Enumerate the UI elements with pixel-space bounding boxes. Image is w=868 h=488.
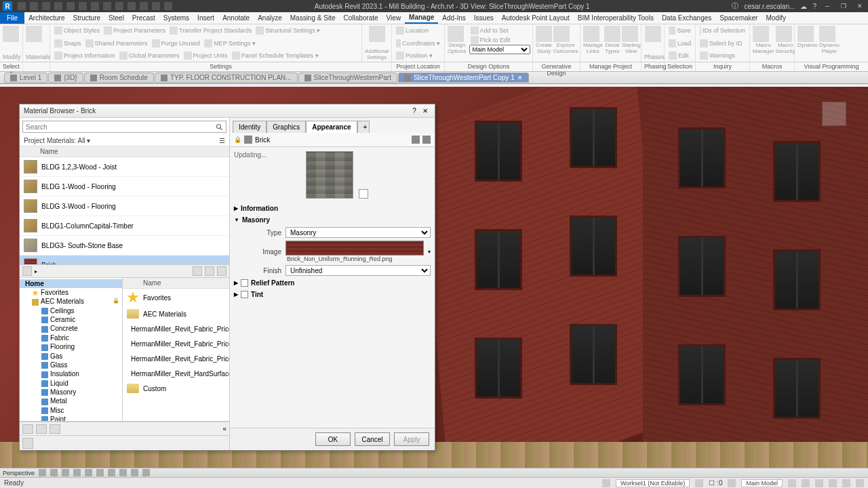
qat-redo-icon[interactable]: [54, 2, 62, 10]
position-button[interactable]: Position ▾: [395, 51, 441, 60]
tab-manage[interactable]: Manage: [405, 12, 438, 24]
qat-measure-icon[interactable]: [79, 2, 87, 10]
tab-modify[interactable]: Modify: [762, 13, 789, 23]
qat-align-icon[interactable]: [91, 2, 99, 10]
material-item[interactable]: BLDG 3-Wood - Flooring: [20, 197, 229, 216]
project-info-button[interactable]: Project Information: [53, 51, 117, 60]
macro-security-icon[interactable]: [776, 26, 792, 42]
tab-annotate[interactable]: Annotate: [218, 13, 254, 23]
doc-tab-room-schedule[interactable]: Room Schedule: [84, 73, 154, 83]
qat-3d-icon[interactable]: [115, 2, 123, 10]
tree-cat-liquid[interactable]: Liquid: [20, 379, 122, 388]
doc-tab-slice-west-copy[interactable]: SliceThroughWesternPart Copy 1✕: [398, 73, 529, 83]
manage-links-icon[interactable]: [583, 26, 599, 42]
pick-to-edit-button[interactable]: Pick to Edit: [469, 35, 530, 45]
apply-button[interactable]: Apply: [394, 432, 429, 446]
show-hide-icon[interactable]: [193, 266, 202, 276]
cloud-icon[interactable]: ☁: [800, 3, 807, 10]
relief-checkbox[interactable]: [241, 279, 248, 287]
material-preview[interactable]: [306, 151, 353, 199]
asset-lock-icon[interactable]: 🔒: [234, 136, 241, 143]
add-to-set-button[interactable]: Add to Set: [469, 26, 530, 35]
expand-asset-icon[interactable]: [412, 136, 420, 144]
preview-shape-icon[interactable]: [359, 189, 368, 199]
workset-combo[interactable]: Workset1 (Not Editable): [616, 479, 690, 487]
snaps-button[interactable]: Snaps: [53, 39, 83, 48]
lib-item-herman4[interactable]: HermanMiller_Revit_HardSurface: [123, 366, 229, 381]
search-icon[interactable]: [216, 123, 224, 131]
lib-item-herman3[interactable]: HermanMiller_Revit_Fabric_PriceC: [123, 351, 229, 366]
tab-analyze[interactable]: Analyze: [254, 13, 286, 23]
project-units-button[interactable]: Project Units: [182, 51, 229, 60]
temp-hide-icon[interactable]: [131, 469, 138, 476]
tree-cat-masonry[interactable]: Masonry: [20, 388, 122, 396]
rendering-icon[interactable]: [96, 469, 104, 476]
structural-settings-button[interactable]: Structural Settings ▾: [254, 26, 321, 35]
select-underlay-icon[interactable]: [802, 479, 810, 487]
materials-icon[interactable]: [26, 26, 42, 42]
lib-item-aec[interactable]: AEC Materials: [123, 306, 229, 321]
view-mode-label[interactable]: Perspective: [3, 470, 35, 476]
image-menu-icon[interactable]: ▾: [428, 249, 431, 255]
material-item[interactable]: BLDG3- South-Stone Base: [20, 236, 229, 256]
lib-item-herman2[interactable]: HermanMiller_Revit_Fabric_PriceC: [123, 336, 229, 351]
tab-spacemaker[interactable]: Spacemaker: [715, 13, 762, 23]
tree-cat-flooring[interactable]: Flooring: [20, 342, 122, 351]
doc-tab-3d[interactable]: {3D}: [48, 73, 83, 83]
help-button[interactable]: ?: [409, 107, 420, 115]
reveal-icon[interactable]: [142, 469, 150, 476]
tab-systems[interactable]: Systems: [159, 13, 193, 23]
tint-checkbox[interactable]: [241, 291, 248, 298]
library-menu-icon[interactable]: [36, 424, 47, 434]
doc-tab-level1[interactable]: Level 1: [4, 73, 47, 83]
duplicate-asset-icon[interactable]: [422, 136, 431, 144]
tree-cat-metal[interactable]: Metal: [20, 396, 122, 405]
edit-selection-button[interactable]: Edit: [667, 51, 692, 60]
lib-item-custom[interactable]: Custom: [123, 381, 229, 396]
library-list-header[interactable]: Name: [123, 278, 229, 289]
tree-cat-gas[interactable]: Gas: [20, 352, 122, 361]
tree-favorites[interactable]: Favorites: [20, 288, 122, 297]
additional-settings-icon[interactable]: [369, 26, 385, 42]
decal-types-icon[interactable]: [604, 26, 620, 42]
qat-thin-icon[interactable]: [140, 2, 148, 10]
editable-only-icon[interactable]: [695, 479, 703, 487]
qat-undo-icon[interactable]: [42, 2, 50, 10]
type-select[interactable]: Masonry: [285, 227, 431, 238]
dynamo-icon[interactable]: [797, 26, 814, 42]
section-information[interactable]: ▶Information: [234, 203, 431, 214]
ok-button[interactable]: OK: [315, 432, 351, 446]
tab-bim[interactable]: BIM Interoperability Tools: [574, 13, 658, 23]
tab-structure[interactable]: Structure: [68, 13, 104, 23]
tab-addins[interactable]: Add-Ins: [438, 13, 469, 23]
design-option-icon[interactable]: [728, 479, 736, 487]
visual-style-icon[interactable]: [62, 469, 69, 476]
panel-schedule-button[interactable]: Panel Schedule Templates ▾: [231, 51, 320, 60]
tab-precast[interactable]: Precast: [128, 13, 159, 23]
dialog-titlebar[interactable]: Material Browser - Brick ? ✕: [20, 104, 435, 118]
maximize-button[interactable]: ❐: [838, 1, 849, 11]
sort-icon[interactable]: [217, 266, 226, 276]
warnings-button[interactable]: Warnings: [698, 51, 747, 60]
list-view-icon[interactable]: [205, 266, 214, 276]
info-icon[interactable]: ⓘ: [732, 1, 738, 11]
design-options-icon[interactable]: [448, 26, 464, 42]
tab-dataexchanges[interactable]: Data Exchanges: [658, 13, 715, 23]
purge-unused-button[interactable]: Purge Unused: [151, 39, 202, 48]
crop-icon[interactable]: [108, 469, 115, 476]
collapse-library-icon[interactable]: «: [222, 425, 226, 432]
scale-icon[interactable]: [39, 469, 46, 476]
qat-section-icon[interactable]: [127, 2, 136, 10]
drag-icon[interactable]: [842, 479, 850, 487]
modify-icon[interactable]: [3, 26, 19, 42]
object-styles-button[interactable]: Object Styles: [53, 26, 101, 35]
finish-select[interactable]: Unfinished: [285, 265, 431, 276]
lib-item-herman1[interactable]: HermanMiller_Revit_Fabric_PriceC: [123, 321, 229, 336]
global-parameters-button[interactable]: Global Parameters: [118, 51, 181, 60]
load-selection-button[interactable]: Load: [667, 39, 692, 48]
project-materials-filter[interactable]: Project Materials: All ▾: [24, 137, 90, 144]
section-relief[interactable]: ▶Relief Pattern: [234, 277, 431, 289]
qat-close-hidden-icon[interactable]: [152, 2, 160, 10]
location-button[interactable]: Location: [395, 26, 441, 35]
tab-appearance[interactable]: Appearance: [306, 121, 357, 133]
